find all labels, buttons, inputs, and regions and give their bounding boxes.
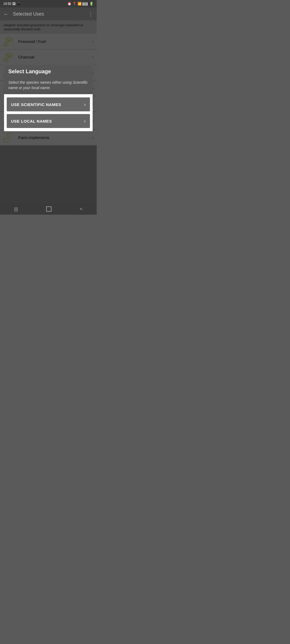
use-local-names-button[interactable]: USE LOCAL NAMES ›: [7, 114, 90, 128]
status-bar: 19:50 🖼 📱 ⏰ 📍 📶 ▌▌▌ 🔋: [0, 0, 97, 8]
use-scientific-names-button[interactable]: USE SCIENTIFIC NAMES ›: [7, 97, 90, 111]
alarm-icon: ⏰: [67, 2, 71, 6]
dialog-buttons: USE SCIENTIFIC NAMES › USE LOCAL NAMES ›: [4, 94, 93, 131]
status-right: ⏰ 📍 📶 ▌▌▌ 🔋: [67, 2, 93, 6]
dialog-body: Select the species names either using Sc…: [4, 80, 93, 94]
recents-button[interactable]: |||: [14, 206, 18, 212]
local-names-label: USE LOCAL NAMES: [11, 119, 52, 123]
dialog-description: Select the species names either using Sc…: [8, 80, 88, 90]
location-icon: 📍: [73, 2, 77, 6]
back-button[interactable]: ←: [3, 11, 9, 17]
scientific-names-label: USE SCIENTIFIC NAMES: [11, 102, 61, 107]
page-title: Selected Uses: [13, 11, 88, 17]
signal-icon: ▌▌▌: [83, 2, 88, 5]
photo-icon: 🖼: [12, 2, 16, 6]
select-language-dialog: Select Language Select the species names…: [4, 65, 93, 131]
back-nav-button[interactable]: <: [80, 206, 83, 212]
scientific-chevron-icon: ›: [84, 102, 86, 107]
content-area: edaphic wooded grassland on drainage-imp…: [0, 20, 97, 203]
home-button[interactable]: [46, 206, 52, 212]
local-chevron-icon: ›: [84, 118, 86, 124]
status-left: 19:50 🖼 📱: [3, 2, 21, 6]
dialog-title: Select Language: [8, 68, 88, 75]
phone-icon: 📱: [17, 2, 21, 6]
app-bar: ← Selected Uses ⋮: [0, 8, 97, 20]
nav-bar: ||| <: [0, 203, 97, 215]
time-display: 19:50: [3, 2, 11, 6]
app-page: 19:50 🖼 📱 ⏰ 📍 📶 ▌▌▌ 🔋 ← Selected Uses ⋮ …: [0, 0, 97, 215]
wifi-icon: 📶: [78, 2, 82, 6]
dialog-header: Select Language: [4, 65, 93, 80]
more-options-button[interactable]: ⋮: [88, 11, 93, 17]
battery-icon: 🔋: [89, 2, 93, 6]
